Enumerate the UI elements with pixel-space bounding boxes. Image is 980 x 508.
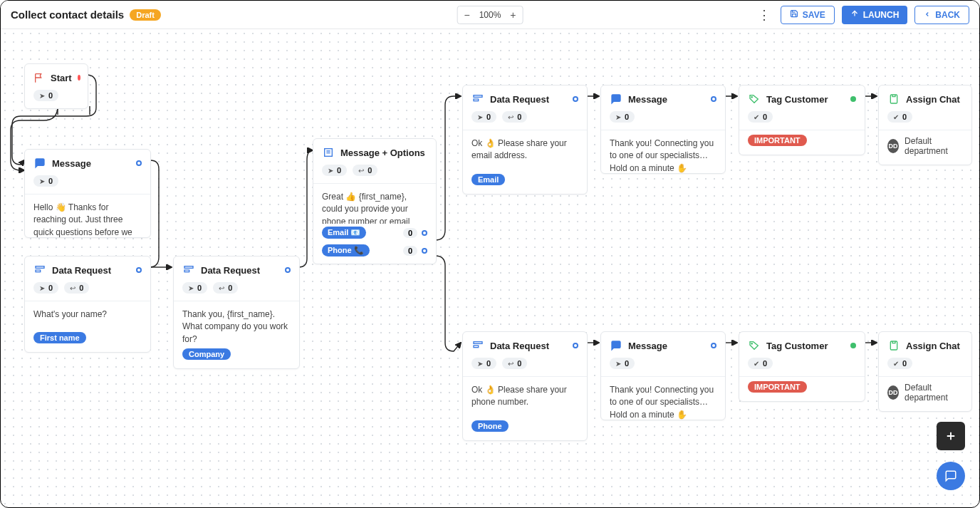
- assign-icon: [887, 93, 900, 105]
- data-request-icon: [471, 93, 484, 105]
- svg-rect-10: [890, 95, 897, 103]
- tag-icon: [748, 93, 761, 105]
- node-data-request-name[interactable]: Data Request ➤0 ↩0 What's your name? Fir…: [24, 256, 151, 353]
- back-icon: [924, 10, 931, 20]
- option-phone[interactable]: Phone 📞 0: [313, 242, 436, 264]
- svg-rect-7: [474, 95, 482, 98]
- svg-rect-12: [474, 346, 479, 348]
- options-icon: [322, 146, 335, 159]
- output-port[interactable]: [711, 343, 716, 348]
- output-port[interactable]: [136, 160, 142, 166]
- reply-icon: ↩: [70, 284, 75, 292]
- data-request-icon: [182, 264, 195, 276]
- output-port[interactable]: [78, 75, 80, 81]
- output-port[interactable]: [850, 96, 856, 102]
- svg-point-9: [751, 97, 752, 98]
- svg-rect-0: [36, 266, 44, 269]
- svg-rect-3: [184, 270, 189, 272]
- option-port[interactable]: [422, 248, 427, 254]
- launch-icon: [850, 9, 859, 20]
- node-message-thanks-2[interactable]: Message ➤0 Thank you! Connecting you to …: [600, 331, 726, 420]
- flag-icon: [33, 71, 45, 84]
- node-tag-customer-1[interactable]: Tag Customer ✔0 IMPORTANT: [739, 85, 865, 155]
- data-request-icon: [471, 339, 484, 352]
- svg-rect-11: [474, 342, 482, 344]
- zoom-control: − 100% +: [457, 6, 523, 24]
- department-badge: DD: [887, 139, 899, 153]
- tag-chip: IMPORTANT: [748, 135, 807, 146]
- zoom-value: 100%: [476, 10, 504, 20]
- node-tag-customer-2[interactable]: Tag Customer ✔0 IMPORTANT: [739, 331, 865, 402]
- more-menu-icon[interactable]: ⋮: [755, 7, 773, 23]
- svg-rect-14: [890, 341, 897, 350]
- page-title: Collect contact details: [11, 9, 124, 21]
- node-message-options[interactable]: Message + Options ➤0 ↩0 Great 👍 {first_n…: [313, 138, 437, 264]
- launch-button[interactable]: LAUNCH: [842, 6, 908, 24]
- output-port[interactable]: [136, 267, 142, 273]
- field-chip: Email: [471, 174, 505, 185]
- node-data-request-phone[interactable]: Data Request ➤0 ↩0 Ok 👌 Please share you…: [462, 331, 588, 441]
- svg-point-13: [751, 343, 752, 344]
- node-assign-chat-1[interactable]: Assign Chat ✔0 DD Default department: [878, 85, 972, 165]
- node-message-intro[interactable]: Message ➤0 Hello 👋 Thanks for reaching o…: [24, 149, 151, 238]
- output-port[interactable]: [573, 96, 578, 102]
- node-assign-chat-2[interactable]: Assign Chat ✔0 DD Default department: [878, 331, 972, 412]
- tag-chip: IMPORTANT: [748, 381, 807, 393]
- save-icon: [790, 9, 798, 20]
- node-body: Hello 👋 Thanks for reaching out. Just th…: [25, 195, 150, 237]
- output-port[interactable]: [573, 343, 578, 348]
- node-data-request-email[interactable]: Data Request ➤0 ↩0 Ok 👌 Please share you…: [462, 85, 588, 195]
- save-button[interactable]: SAVE: [781, 6, 835, 24]
- node-data-request-company[interactable]: Data Request ➤0 ↩0 Thank you, {first_nam…: [173, 256, 300, 369]
- field-chip: Phone: [471, 420, 509, 432]
- option-port[interactable]: [422, 230, 427, 236]
- back-button[interactable]: BACK: [914, 6, 969, 24]
- add-node-button[interactable]: [937, 422, 965, 450]
- data-request-icon: [33, 264, 46, 276]
- department-badge: DD: [887, 385, 899, 400]
- department-label: Default department: [905, 383, 963, 403]
- field-chip: First name: [33, 332, 86, 343]
- svg-rect-2: [184, 266, 193, 269]
- node-message-thanks-1[interactable]: Message ➤0 Thank you! Connecting you to …: [600, 85, 726, 174]
- zoom-out-button[interactable]: −: [458, 6, 476, 24]
- node-start[interactable]: Start ➤0: [24, 63, 88, 109]
- message-icon: [610, 339, 622, 352]
- department-label: Default department: [905, 136, 963, 156]
- chat-widget-button[interactable]: [937, 462, 965, 490]
- zoom-in-button[interactable]: +: [504, 6, 522, 24]
- status-badge: Draft: [130, 9, 161, 21]
- flow-canvas[interactable]: Start ➤0 Message ➤0 Hello 👋 Thanks for r…: [1, 29, 979, 507]
- send-icon: ➤: [39, 92, 45, 100]
- output-port[interactable]: [285, 267, 291, 273]
- message-icon: [610, 93, 622, 105]
- svg-rect-1: [36, 270, 41, 272]
- tag-icon: [748, 339, 761, 352]
- assign-icon: [887, 339, 900, 352]
- message-icon: [33, 157, 46, 170]
- field-chip: Company: [182, 348, 231, 360]
- option-email[interactable]: Email 📧 0: [313, 224, 436, 242]
- output-port[interactable]: [711, 96, 716, 102]
- output-port[interactable]: [850, 343, 856, 348]
- check-icon: ✔: [754, 113, 759, 121]
- svg-rect-8: [474, 99, 479, 101]
